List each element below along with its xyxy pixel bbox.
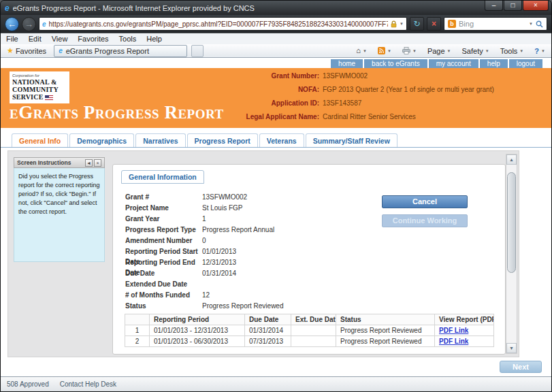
field-value: 12/31/2013 xyxy=(202,257,505,267)
screen-instructions-panel: Screen Instructions ◄ × Did you select t… xyxy=(14,157,105,262)
pdf-link[interactable]: PDF Link xyxy=(439,327,468,334)
back-button[interactable]: ← xyxy=(5,17,19,31)
forward-button[interactable]: → xyxy=(22,17,36,31)
status-link-contact-help-desk[interactable]: Contact Help Desk xyxy=(60,380,116,388)
cncs-logo: Corporation for NATIONAL & COMMUNITY SER… xyxy=(10,71,69,103)
logo-line: SERVICE xyxy=(12,93,67,101)
tools-menu-button[interactable]: Tools ▼ xyxy=(497,47,527,55)
field-label: Status xyxy=(125,301,202,311)
home-button[interactable]: ⌂ ▼ xyxy=(353,47,370,54)
tab-progress-report[interactable]: Progress Report xyxy=(187,133,258,147)
menu-file[interactable]: File xyxy=(6,35,18,43)
screen-instructions-text: Did you select the Progress report for t… xyxy=(14,168,105,262)
general-information-tab[interactable]: General Information xyxy=(121,170,204,184)
browser-tab[interactable]: e eGrants Progress Report xyxy=(54,45,187,57)
tab-demographics[interactable]: Demographics xyxy=(69,133,134,147)
continue-working-button[interactable]: Continue Working xyxy=(382,214,468,227)
field-value: 12 xyxy=(202,290,505,300)
nav-logout-button[interactable]: logout xyxy=(509,59,542,68)
instructions-close-button[interactable]: × xyxy=(94,159,101,167)
nav-my-account-button[interactable]: my account xyxy=(429,59,478,68)
nav-back-to-egrants-button[interactable]: back to eGrants xyxy=(364,59,427,68)
tab-general-info[interactable]: General Info xyxy=(12,133,68,147)
menu-favorites[interactable]: Favorites xyxy=(78,35,108,43)
field-label: Amendment Number xyxy=(125,235,202,246)
top-strip: home back to eGrants my account help log… xyxy=(1,58,551,68)
ie-logo-icon: e xyxy=(5,3,10,13)
tab-veterans[interactable]: Veterans xyxy=(259,133,304,147)
chevron-down-icon: ▼ xyxy=(541,49,545,53)
maximize-button[interactable]: □ xyxy=(504,1,522,11)
new-tab-button[interactable] xyxy=(191,45,204,57)
search-box[interactable]: b Bing ▼ xyxy=(444,17,547,31)
cell-ext-due-date xyxy=(291,336,336,347)
field-label: Extended Due Date xyxy=(125,279,202,289)
cell-reporting-period: 01/01/2013 - 06/30/2013 xyxy=(150,336,245,347)
cell-num: 1 xyxy=(125,325,150,336)
favorites-star-icon: ★ xyxy=(7,46,14,55)
grant-info: Grant Number: 13SFWMO002 NOFA: FGP 2013 … xyxy=(225,72,494,120)
legal-applicant-value: Cardinal Ritter Senior Services xyxy=(323,113,494,120)
address-dropdown-icon[interactable]: ▼ xyxy=(400,22,404,26)
scroll-down-icon[interactable]: ▼ xyxy=(506,343,517,353)
search-input[interactable]: Bing xyxy=(459,20,526,28)
menu-tools[interactable]: Tools xyxy=(119,35,137,43)
search-dropdown-icon[interactable]: ▼ xyxy=(529,22,533,26)
table-row: 2 01/01/2013 - 06/30/2013 07/31/2013 Pro… xyxy=(125,336,494,347)
scrollbar-thumb[interactable] xyxy=(507,172,516,273)
next-button[interactable]: Next xyxy=(500,361,542,373)
field-label: Project Name xyxy=(125,203,202,213)
menu-edit[interactable]: Edit xyxy=(29,35,42,43)
table-header-row: Reporting Period Due Date Ext. Due Date … xyxy=(125,314,494,325)
screen-instructions-title: Screen Instructions xyxy=(17,159,84,166)
stop-button[interactable]: × xyxy=(427,17,441,31)
menu-view[interactable]: View xyxy=(52,35,68,43)
page-title: eGrants Progress Report xyxy=(10,102,224,123)
cell-num: 2 xyxy=(125,336,150,347)
vertical-scrollbar[interactable]: ▲ ▼ xyxy=(506,154,517,354)
field-label: Reporting Period Start Date xyxy=(125,246,202,257)
grant-number-label: Grant Number: xyxy=(225,72,319,80)
print-button[interactable]: ▼ xyxy=(399,47,420,54)
address-url[interactable]: https://uategrants.cns.gov/egrantsPM/pag… xyxy=(49,20,388,28)
close-button[interactable]: × xyxy=(523,1,549,11)
nav-help-button[interactable]: help xyxy=(480,59,508,68)
status-link-508-approved[interactable]: 508 Approved xyxy=(7,380,49,388)
reports-table: Reporting Period Due Date Ext. Due Date … xyxy=(125,314,494,347)
window-controls: – □ × xyxy=(484,1,549,11)
refresh-button[interactable]: ↻ xyxy=(410,17,424,31)
col-header-num xyxy=(125,314,150,325)
safety-menu-button[interactable]: Safety ▼ xyxy=(459,47,493,55)
search-magnifier-icon[interactable] xyxy=(536,20,543,28)
lock-icon xyxy=(391,20,397,28)
instructions-collapse-button[interactable]: ◄ xyxy=(85,159,93,167)
field-label: Grant Year xyxy=(125,214,202,224)
cell-status: Progress Report Reviewed xyxy=(336,336,435,347)
col-header-reporting-period: Reporting Period xyxy=(150,314,245,325)
field-label: # of Months Funded xyxy=(125,290,202,300)
pdf-link[interactable]: PDF Link xyxy=(439,338,468,345)
help-button[interactable]: ? ▼ xyxy=(531,47,549,55)
page-tabs: General Info Demographics Narratives Pro… xyxy=(1,133,551,148)
cancel-button[interactable]: Cancel xyxy=(382,195,468,208)
minimize-button[interactable]: – xyxy=(485,1,503,11)
scroll-up-icon[interactable]: ▲ xyxy=(506,154,517,165)
feeds-button[interactable]: ▼ xyxy=(374,47,395,54)
chevron-down-icon: ▼ xyxy=(519,49,523,53)
table-row: 1 01/01/2013 - 12/31/2013 01/31/2014 Pro… xyxy=(125,325,494,336)
address-field[interactable]: e https://uategrants.cns.gov/egrantsPM/p… xyxy=(39,17,407,31)
field-label: Due Date xyxy=(125,268,202,278)
window-title: eGrants Progress Report - Microsoft Inte… xyxy=(13,4,255,12)
page-menu-button[interactable]: Page ▼ xyxy=(424,47,455,55)
field-value: 01/01/2013 xyxy=(202,246,505,257)
grant-number-value: 13SFWMO002 xyxy=(323,72,494,80)
menu-help[interactable]: Help xyxy=(146,35,162,43)
page-banner: Corporation for NATIONAL & COMMUNITY SER… xyxy=(1,68,551,128)
favorites-button[interactable]: ★ Favorites xyxy=(3,46,50,55)
nav-home-button[interactable]: home xyxy=(331,59,363,68)
tab-summary-staff-review[interactable]: Summary/Staff Review xyxy=(306,133,397,147)
page-menu-label: Page xyxy=(427,47,445,55)
tab-narratives[interactable]: Narratives xyxy=(135,133,185,147)
chevron-down-icon: ▼ xyxy=(485,49,489,53)
logo-line: NATIONAL & xyxy=(12,78,67,86)
